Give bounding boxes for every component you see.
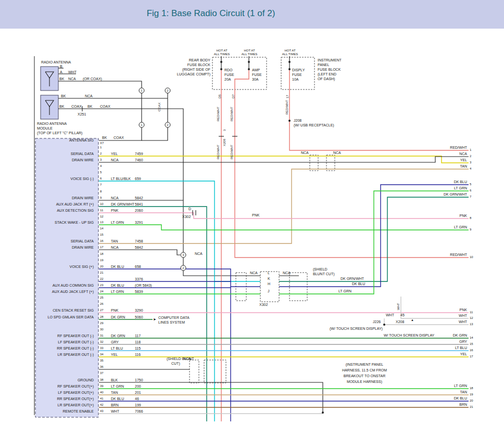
wiring-diagram-canvas: 121232 bbox=[0, 0, 504, 424]
wire-blk bbox=[58, 81, 142, 88]
wire-red bbox=[289, 69, 469, 150]
wire-blk bbox=[183, 271, 260, 276]
wire-blk bbox=[99, 127, 142, 140]
wire-blk bbox=[142, 127, 168, 140]
connector-box bbox=[281, 57, 314, 89]
connector-box bbox=[190, 360, 199, 383]
connector-box bbox=[260, 272, 279, 302]
wire-blk bbox=[99, 382, 323, 413]
splice-dot bbox=[220, 61, 222, 63]
splice-dot bbox=[288, 120, 291, 122]
splice-dot bbox=[288, 61, 291, 63]
splice-dot bbox=[220, 68, 222, 70]
splice-dot bbox=[322, 412, 324, 414]
splice-dot bbox=[248, 68, 250, 70]
connector-box bbox=[326, 155, 335, 171]
wire-red bbox=[235, 69, 469, 258]
connector-box bbox=[204, 360, 226, 383]
wire-wht bbox=[384, 318, 469, 325]
connector-box bbox=[310, 155, 318, 171]
wire-pnk bbox=[99, 213, 469, 219]
wire-cyn bbox=[99, 181, 215, 421]
splice-dot bbox=[288, 68, 291, 70]
wiring-diagram-page: Fig 1: Base Radio Circuit (1 of 2) 12123… bbox=[0, 0, 504, 424]
radio-module-connector bbox=[35, 138, 98, 417]
wire-teal bbox=[99, 207, 207, 421]
wire-wht bbox=[401, 297, 469, 318]
wire-nvy bbox=[99, 269, 231, 421]
wire-blk bbox=[99, 250, 180, 255]
wire-blk bbox=[99, 157, 469, 162]
splice-dot bbox=[248, 61, 250, 63]
wire-yel bbox=[99, 156, 469, 163]
wire-ltg bbox=[279, 191, 469, 294]
wire-ltg bbox=[99, 225, 469, 230]
splice-dot bbox=[383, 324, 385, 326]
